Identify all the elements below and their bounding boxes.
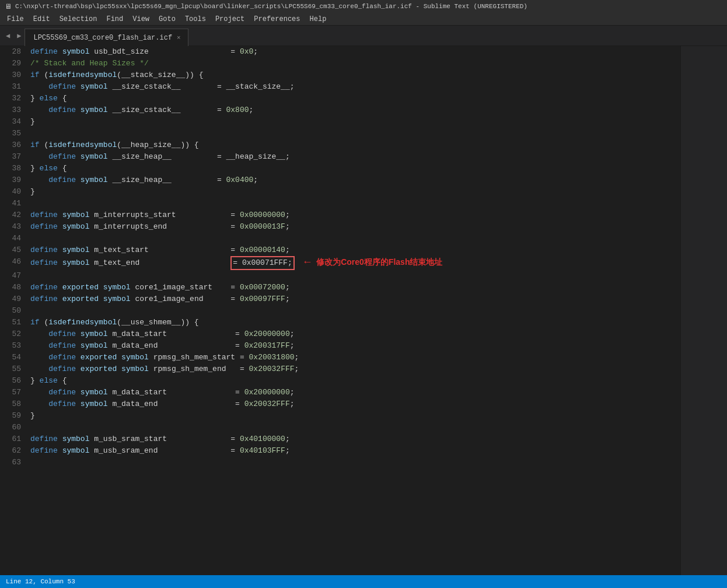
line-number: 53 — [0, 340, 28, 352]
table-row: 41 — [0, 198, 680, 209]
line-number: 38 — [0, 163, 28, 174]
table-row: 62define symbol m_usb_sram_end = 0x40103… — [0, 445, 680, 457]
table-row: 61define symbol m_usb_sram_start = 0x401… — [0, 433, 680, 445]
line-number: 39 — [0, 174, 28, 186]
line-content: define symbol m_usb_sram_end = 0x40103FF… — [28, 445, 680, 457]
line-number: 63 — [0, 457, 28, 468]
line-number: 62 — [0, 445, 28, 457]
line-number: 31 — [0, 81, 28, 93]
table-row: 31 define symbol __size_cstack__ = __sta… — [0, 81, 680, 93]
line-number: 55 — [0, 363, 28, 375]
table-row: 30if (isdefinedsymbol(__stack_size__)) { — [0, 69, 680, 81]
line-content: } else { — [28, 375, 680, 387]
line-content: define symbol __size_heap__ = __heap_siz… — [28, 151, 680, 163]
line-content: } — [28, 410, 680, 422]
table-row: 28define symbol usb_bdt_size = 0x0; — [0, 46, 680, 58]
line-content: define symbol m_data_start = 0x20000000; — [28, 387, 680, 398]
menu-view[interactable]: View — [128, 14, 154, 24]
line-content: define symbol __size_heap__ = 0x0400; — [28, 174, 680, 186]
menu-preferences[interactable]: Preferences — [249, 14, 305, 24]
line-content: define symbol m_interrupts_end = 0x00000… — [28, 221, 680, 233]
table-row: 43define symbol m_interrupts_end = 0x000… — [0, 221, 680, 233]
tab-nav-left[interactable]: ◀ — [2, 32, 13, 40]
line-content: define symbol m_data_end = 0x20032FFF; — [28, 398, 680, 410]
table-row: 59} — [0, 410, 680, 422]
menu-file[interactable]: File — [2, 14, 29, 24]
line-content: define symbol m_data_start = 0x20000000; — [28, 328, 680, 340]
line-number: 52 — [0, 328, 28, 340]
line-content: define exported symbol core1_image_start… — [28, 282, 680, 293]
table-row: 63 — [0, 457, 680, 468]
line-number: 48 — [0, 282, 28, 293]
editor-tab[interactable]: LPC55S69_cm33_core0_flash_iar.icf × — [25, 29, 188, 46]
table-row: 48define exported symbol core1_image_sta… — [0, 282, 680, 293]
title-bar: 🖥 C:\nxp\rt-thread\bsp\lpc55sxx\lpc55s69… — [0, 0, 727, 13]
table-row: 46define symbol m_text_end = 0x00071FFF;… — [0, 256, 680, 270]
line-content: if (isdefinedsymbol(__stack_size__)) { — [28, 69, 680, 81]
table-row: 57 define symbol m_data_start = 0x200000… — [0, 387, 680, 398]
line-number: 40 — [0, 186, 28, 198]
menu-selection[interactable]: Selection — [55, 14, 102, 24]
table-row: 45define symbol m_text_start = 0x0000014… — [0, 244, 680, 256]
line-number: 30 — [0, 69, 28, 81]
line-number: 57 — [0, 387, 28, 398]
line-number: 28 — [0, 46, 28, 58]
line-number: 50 — [0, 305, 28, 317]
menu-goto[interactable]: Goto — [154, 14, 180, 24]
line-number: 56 — [0, 375, 28, 387]
menu-tools[interactable]: Tools — [180, 14, 211, 24]
line-number: 43 — [0, 221, 28, 233]
table-row: 42define symbol m_interrupts_start = 0x0… — [0, 209, 680, 221]
line-content: if (isdefinedsymbol(__heap_size__)) { — [28, 139, 680, 151]
line-content: } — [28, 186, 680, 198]
line-content: define symbol m_interrupts_start = 0x000… — [28, 209, 680, 221]
line-number: 41 — [0, 198, 28, 209]
table-row: 50 — [0, 305, 680, 317]
table-row: 39 define symbol __size_heap__ = 0x0400; — [0, 174, 680, 186]
menu-project[interactable]: Project — [211, 14, 249, 24]
table-row: 51if (isdefinedsymbol(__use_shmem__)) { — [0, 317, 680, 328]
line-number: 47 — [0, 270, 28, 282]
app-icon: 🖥 — [5, 2, 12, 11]
table-row: 56} else { — [0, 375, 680, 387]
menu-find[interactable]: Find — [102, 14, 128, 24]
line-number: 34 — [0, 116, 28, 128]
line-number: 60 — [0, 422, 28, 433]
line-content: } — [28, 116, 680, 128]
tab-label: LPC55S69_cm33_core0_flash_iar.icf — [33, 34, 172, 42]
table-row: 52 define symbol m_data_start = 0x200000… — [0, 328, 680, 340]
line-number: 45 — [0, 244, 28, 256]
tab-close-button[interactable]: × — [177, 34, 181, 41]
line-content: define symbol m_text_end = 0x00071FFF; ←… — [28, 256, 680, 270]
line-number: 44 — [0, 233, 28, 244]
table-row: 44 — [0, 233, 680, 244]
line-number: 49 — [0, 293, 28, 305]
line-number: 46 — [0, 256, 28, 268]
table-row: 29/* Stack and Heap Sizes */ — [0, 58, 680, 69]
line-content: /* Stack and Heap Sizes */ — [28, 58, 680, 69]
line-content: } else { — [28, 93, 680, 104]
table-row: 47 — [0, 270, 680, 282]
status-bar: Line 12, Column 53 — [0, 575, 727, 588]
line-number: 51 — [0, 317, 28, 328]
tab-nav-right[interactable]: ▶ — [13, 32, 25, 40]
table-row: 55 define exported symbol rpmsg_sh_mem_e… — [0, 363, 680, 375]
table-row: 38} else { — [0, 163, 680, 174]
table-row: 35 — [0, 128, 680, 139]
line-number: 36 — [0, 139, 28, 151]
table-row: 32} else { — [0, 93, 680, 104]
code-editor[interactable]: 28define symbol usb_bdt_size = 0x0;29/* … — [0, 46, 680, 575]
line-number: 32 — [0, 93, 28, 104]
line-content: define symbol m_usb_sram_start = 0x40100… — [28, 433, 680, 445]
line-content: define exported symbol core1_image_end =… — [28, 293, 680, 305]
line-content: define symbol __size_cstack__ = __stack_… — [28, 81, 680, 93]
line-content: define symbol m_data_end = 0x200317FF; — [28, 340, 680, 352]
line-number: 59 — [0, 410, 28, 422]
table-row: 49define exported symbol core1_image_end… — [0, 293, 680, 305]
line-number: 33 — [0, 104, 28, 116]
table-row: 34} — [0, 116, 680, 128]
minimap — [680, 46, 727, 575]
menu-edit[interactable]: Edit — [29, 14, 55, 24]
table-row: 37 define symbol __size_heap__ = __heap_… — [0, 151, 680, 163]
menu-help[interactable]: Help — [305, 14, 331, 24]
